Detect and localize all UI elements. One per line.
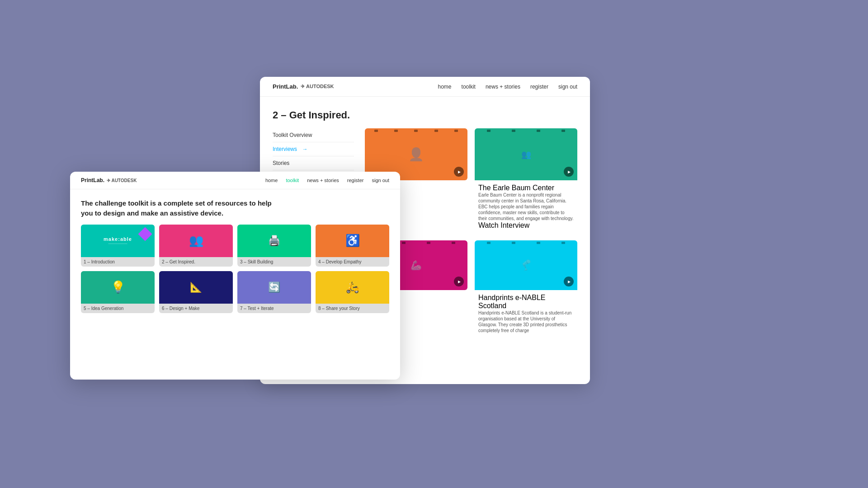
scooter-icon: 🛵 — [346, 281, 359, 294]
makeable-sub: —————— — [104, 242, 132, 245]
back-logo: PrintLab. ✈ AUTODESK — [273, 83, 334, 90]
film-hole — [537, 242, 540, 244]
front-window: PrintLab. ✈ AUTODESK home toolkit news +… — [70, 172, 400, 380]
toolkit-card-idea[interactable]: 💡 5 – Idea Generation — [81, 271, 155, 313]
toolkit-card-empathy[interactable]: ♿ 4 – Develop Empathy — [316, 225, 389, 267]
empathy-card-img: ♿ — [316, 225, 389, 257]
handprints-desc: Handprints e-NABLE Scotland is a student… — [478, 310, 574, 333]
toolkit-card-design[interactable]: 📐 6 – Design + Make — [159, 271, 233, 313]
design-card-img: 📐 — [159, 271, 233, 304]
inspired-card-img: 👥 — [159, 225, 233, 257]
film-hole — [487, 242, 491, 244]
back-page-title: 2 – Get Inspired. — [260, 97, 590, 128]
back-nav-links: home toolkit news + stories register sig… — [438, 84, 577, 90]
toolkit-row-2: 💡 5 – Idea Generation 📐 6 – Design + Mak… — [81, 271, 389, 313]
back-autodesk-text: ✈ AUTODESK — [301, 84, 334, 89]
film-hole — [512, 130, 515, 132]
empathy-label: 4 – Develop Empathy — [316, 257, 389, 267]
film-hole — [414, 130, 418, 132]
back-nav-register[interactable]: register — [530, 84, 548, 90]
person-silhouette: 👤 — [408, 147, 424, 162]
front-nav: PrintLab. ✈ AUTODESK home toolkit news +… — [70, 172, 400, 189]
bulb-icon: 💡 — [111, 280, 125, 294]
toolkit-card-skill[interactable]: 🖨️ 3 – Skill Building — [237, 225, 311, 267]
play-button-handprints[interactable] — [564, 277, 574, 286]
baum-title: The Earle Baum Center — [478, 184, 574, 192]
sidebar-stories[interactable]: Stories — [273, 156, 354, 170]
back-card-baum: 👥 The Earle Baum Center Earle Baum Cente… — [475, 128, 577, 233]
film-hole — [452, 242, 455, 244]
handprints-title: Handprints e-NABLE Scotland — [478, 294, 574, 310]
front-logo-text: PrintLab. — [81, 177, 104, 183]
iterate-icon: 🔄 — [268, 282, 280, 293]
back-nav-signout[interactable]: sign out — [558, 84, 577, 90]
back-card-handprints: 🦿 Handprints e-NABLE Scotland Handprints… — [475, 240, 577, 337]
front-autodesk-text: ✈ AUTODESK — [107, 178, 137, 183]
baum-desc: Earle Baum Center is a nonprofit regiona… — [478, 192, 574, 221]
film-hole — [394, 130, 398, 132]
play-button[interactable] — [454, 167, 464, 177]
front-nav-signout[interactable]: sign out — [372, 178, 389, 183]
idea-card-img: 💡 — [81, 271, 155, 304]
toolkit-card-inspired[interactable]: 👥 2 – Get Inspired. — [159, 225, 233, 267]
inspired-label: 2 – Get Inspired. — [159, 257, 233, 267]
play-button-baum[interactable] — [564, 167, 574, 177]
film-hole — [402, 242, 406, 244]
film-hole — [512, 242, 515, 244]
film-hole — [561, 242, 565, 244]
makeable-text: make:able — [104, 236, 132, 242]
test-label: 7 – Test + Iterate — [237, 304, 311, 313]
robot-hand: 🦾 — [410, 260, 422, 271]
film-hole — [537, 130, 540, 132]
front-nav-links: home toolkit news + stories register sig… — [265, 178, 389, 183]
hero-text: The challenge toolkit is a complete set … — [70, 189, 296, 225]
toolkit-card-test[interactable]: 🔄 7 – Test + Iterate — [237, 271, 311, 313]
sidebar-toolkit-overview[interactable]: Toolkit Overview — [273, 128, 354, 142]
film-hole — [454, 130, 458, 132]
idea-label: 5 – Idea Generation — [81, 304, 155, 313]
back-nav-home[interactable]: home — [438, 84, 452, 90]
back-nav: PrintLab. ✈ AUTODESK home toolkit news +… — [260, 77, 590, 97]
intro-label: 1 – Introduction — [81, 257, 155, 267]
blueprint-icon: 📐 — [190, 282, 202, 293]
diamond-shape — [138, 227, 152, 241]
toolkit-card-share[interactable]: 🛵 8 – Share your Story — [316, 271, 389, 313]
back-nav-news[interactable]: news + stories — [486, 84, 520, 90]
skill-card-img: 🖨️ — [237, 225, 311, 257]
play-button-pink[interactable] — [454, 277, 464, 286]
share-label: 8 – Share your Story — [316, 304, 389, 313]
people-icon: 👥 — [189, 234, 203, 248]
share-card-img: 🛵 — [316, 271, 389, 304]
front-nav-toolkit[interactable]: toolkit — [286, 178, 299, 183]
hand-prosthetic: 🦿 — [520, 259, 532, 271]
design-label: 6 – Design + Make — [159, 304, 233, 313]
back-nav-toolkit[interactable]: toolkit — [462, 84, 476, 90]
front-nav-home[interactable]: home — [265, 178, 278, 183]
arrow-icon: → — [302, 146, 307, 152]
toolkit-card-intro[interactable]: make:able —————— 1 – Introduction — [81, 225, 155, 267]
intro-card-img: make:able —————— — [81, 225, 155, 257]
film-hole — [561, 130, 565, 132]
film-hole — [427, 242, 430, 244]
film-hole — [434, 130, 438, 132]
sidebar-interviews[interactable]: Interviews → — [273, 142, 354, 156]
watch-interview-btn[interactable]: Watch Interview — [478, 221, 574, 230]
toolkit-row-1: make:able —————— 1 – Introduction 👥 2 – … — [81, 225, 389, 267]
front-logo: PrintLab. ✈ AUTODESK — [81, 177, 137, 183]
back-logo-text: PrintLab. — [273, 83, 298, 90]
front-nav-news[interactable]: news + stories — [307, 178, 339, 183]
printer-icon: 🖨️ — [268, 235, 280, 247]
toolkit-grid: make:able —————— 1 – Introduction 👥 2 – … — [70, 225, 400, 313]
wheelchair-icon: ♿ — [345, 234, 360, 248]
film-hole — [487, 130, 491, 132]
skill-label: 3 – Skill Building — [237, 257, 311, 267]
film-hole — [374, 130, 378, 132]
group-photo: 👥 — [521, 150, 531, 160]
front-nav-register[interactable]: register — [347, 178, 364, 183]
test-card-img: 🔄 — [237, 271, 311, 304]
